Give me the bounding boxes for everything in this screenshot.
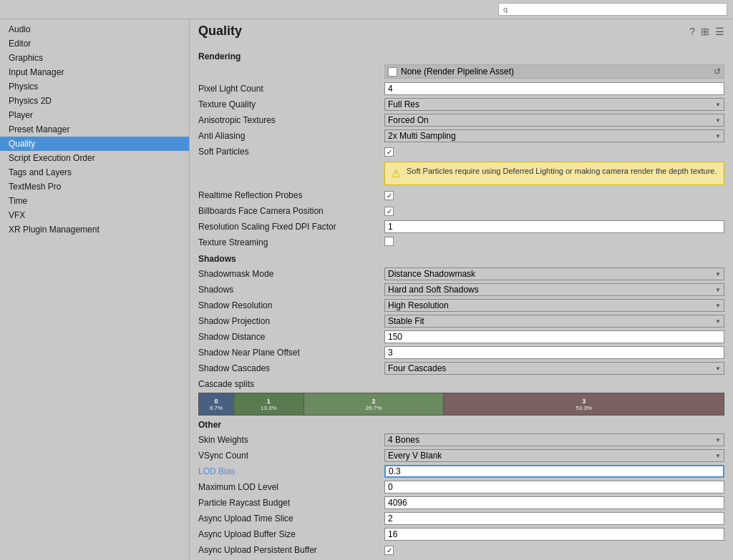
anisotropic-arrow: ▼ — [715, 117, 721, 124]
particle-raycast-label: Particle Raycast Budget — [198, 498, 384, 508]
page-title: Quality — [198, 24, 242, 39]
cascade-segment-3: 3 53.3% — [444, 393, 724, 415]
async-persistent-label: Async Upload Persistent Buffer — [198, 545, 384, 555]
shadows-section-header: Shadows — [198, 254, 724, 264]
realtime-reflection-label: Realtime Reflection Probes — [198, 190, 384, 200]
shadow-near-plane-input[interactable] — [384, 346, 724, 359]
shadows-arrow: ▼ — [715, 287, 721, 293]
sidebar-item-physics[interactable]: Physics — [0, 79, 189, 94]
content-area: Quality ? ⊞ ☰ Rendering None (Render Pip… — [190, 19, 733, 560]
texture-quality-label: Texture Quality — [198, 99, 384, 109]
pixel-light-count-label: Pixel Light Count — [198, 84, 384, 94]
lod-bias-input[interactable] — [384, 465, 724, 478]
rendering-section-header: Rendering — [198, 51, 724, 62]
vsync-count-dropdown[interactable]: Every V Blank ▼ — [384, 449, 724, 462]
shadowmask-dropdown[interactable]: Distance Shadowmask ▼ — [384, 267, 724, 280]
soft-particles-label: Soft Particles — [198, 147, 384, 157]
resolution-scaling-input[interactable] — [384, 220, 724, 233]
sidebar-item-physics2d[interactable]: Physics 2D — [0, 94, 189, 108]
anti-aliasing-label: Anti Aliasing — [198, 131, 384, 141]
texture-quality-arrow: ▼ — [715, 102, 721, 108]
shadow-near-plane-label: Shadow Near Plane Offset — [198, 348, 384, 358]
sidebar-item-time[interactable]: Time — [0, 194, 189, 208]
sidebar-item-quality[interactable]: Quality — [0, 137, 189, 151]
soft-particles-checkbox[interactable] — [384, 147, 394, 157]
shadow-resolution-dropdown[interactable]: High Resolution ▼ — [384, 299, 724, 312]
billboards-checkbox[interactable] — [384, 207, 394, 216]
async-buffer-size-input[interactable] — [384, 528, 724, 541]
sidebar-item-tags-layers[interactable]: Tags and Layers — [0, 165, 189, 180]
cascade-segment-2: 2 26.7% — [304, 393, 445, 415]
vsync-count-arrow: ▼ — [715, 453, 721, 459]
sidebar-item-xr[interactable]: XR Plugin Management — [0, 222, 189, 237]
sidebar-item-preset-manager[interactable]: Preset Manager — [0, 122, 189, 137]
vsync-count-label: VSync Count — [198, 451, 384, 461]
sidebar: Audio Editor Graphics Input Manager Phys… — [0, 19, 190, 560]
warning-icon: ⚠ — [391, 167, 401, 180]
sidebar-item-textmesh[interactable]: TextMesh Pro — [0, 180, 189, 194]
other-section-header: Other — [198, 420, 724, 430]
shadowmask-label: Shadowmask Mode — [198, 269, 384, 279]
render-pipeline-checkbox[interactable] — [388, 67, 397, 77]
shadows-dropdown[interactable]: Hard and Soft Shadows ▼ — [384, 283, 724, 296]
resolution-scaling-label: Resolution Scaling Fixed DPI Factor — [198, 222, 384, 232]
skin-weights-label: Skin Weights — [198, 435, 384, 445]
cascade-segment-0: 0 6.7% — [199, 393, 234, 415]
async-buffer-size-label: Async Upload Buffer Size — [198, 529, 384, 539]
skin-weights-arrow: ▼ — [715, 437, 721, 443]
shadow-distance-label: Shadow Distance — [198, 332, 384, 342]
shadow-distance-input[interactable] — [384, 330, 724, 343]
anti-aliasing-arrow: ▼ — [715, 133, 721, 139]
sidebar-item-vfx[interactable]: VFX — [0, 208, 189, 222]
shadows-label: Shadows — [198, 285, 384, 295]
async-persistent-checkbox[interactable] — [384, 546, 394, 555]
skin-weights-dropdown[interactable]: 4 Bones ▼ — [384, 433, 724, 446]
shadow-resolution-label: Shadow Resolution — [198, 300, 384, 310]
cascade-segment-1: 1 13.3% — [234, 393, 304, 415]
realtime-reflection-checkbox[interactable] — [384, 191, 394, 200]
sidebar-item-editor[interactable]: Editor — [0, 36, 189, 51]
texture-streaming-checkbox[interactable] — [384, 237, 394, 246]
shadow-projection-label: Shadow Projection — [198, 316, 384, 326]
texture-streaming-label: Texture Streaming — [198, 237, 384, 247]
search-input[interactable] — [498, 3, 727, 16]
soft-particles-warning: ⚠ Soft Particles require using Deferred … — [384, 162, 724, 185]
shadow-resolution-arrow: ▼ — [715, 303, 721, 309]
texture-quality-dropdown[interactable]: Full Res ▼ — [384, 98, 724, 111]
sidebar-item-graphics[interactable]: Graphics — [0, 51, 189, 65]
shadow-projection-arrow: ▼ — [715, 318, 721, 325]
anti-aliasing-dropdown[interactable]: 2x Multi Sampling ▼ — [384, 129, 724, 142]
render-pipeline-value: None (Render Pipeline Asset) — [401, 67, 514, 77]
async-time-slice-label: Async Upload Time Slice — [198, 514, 384, 524]
pixel-light-count-input[interactable] — [384, 82, 724, 95]
menu-icon[interactable]: ☰ — [715, 26, 724, 37]
max-lod-label: Maximum LOD Level — [198, 482, 384, 492]
lod-bias-label[interactable]: LOD Bias — [198, 466, 384, 476]
cascade-splits-label: Cascade splits — [198, 379, 384, 389]
sidebar-item-audio[interactable]: Audio — [0, 22, 189, 36]
layout-icon[interactable]: ⊞ — [701, 26, 709, 37]
shadow-cascades-dropdown[interactable]: Four Cascades ▼ — [384, 362, 724, 375]
cascade-bar[interactable]: 0 6.7% 1 13.3% 2 26.7% 3 53.3% — [198, 393, 724, 416]
sidebar-item-input-manager[interactable]: Input Manager — [0, 65, 189, 79]
shadowmask-arrow: ▼ — [715, 271, 721, 277]
sidebar-item-player[interactable]: Player — [0, 108, 189, 122]
billboards-label: Billboards Face Camera Position — [198, 206, 384, 216]
help-icon[interactable]: ? — [689, 26, 695, 37]
anisotropic-dropdown[interactable]: Forced On ▼ — [384, 114, 724, 127]
max-lod-input[interactable] — [384, 481, 724, 493]
sidebar-item-script-execution[interactable]: Script Execution Order — [0, 151, 189, 165]
anisotropic-label: Anisotropic Textures — [198, 115, 384, 125]
shadow-projection-dropdown[interactable]: Stable Fit ▼ — [384, 315, 724, 328]
async-time-slice-input[interactable] — [384, 512, 724, 525]
particle-raycast-input[interactable] — [384, 496, 724, 509]
render-pipeline-refresh-icon[interactable]: ↺ — [714, 67, 721, 77]
shadow-cascades-arrow: ▼ — [715, 365, 721, 372]
shadow-cascades-label: Shadow Cascades — [198, 363, 384, 373]
